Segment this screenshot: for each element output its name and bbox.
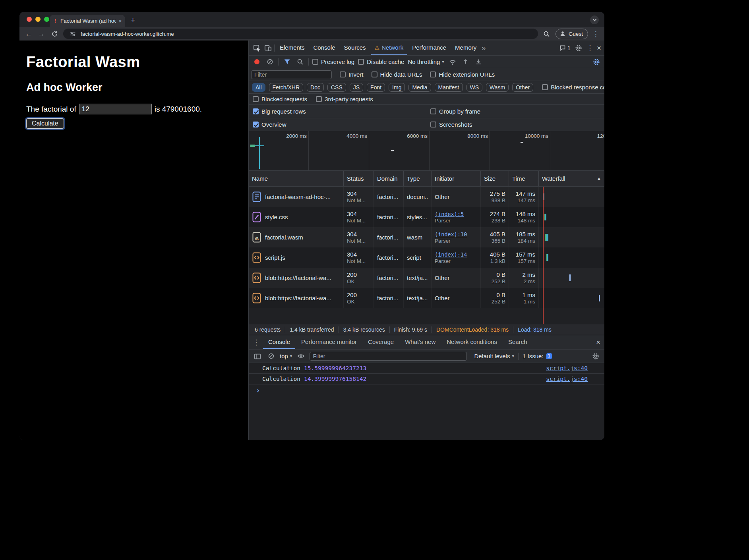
drawer-tab-search[interactable]: Search: [503, 335, 532, 349]
console-clear-icon[interactable]: [266, 351, 276, 361]
zoom-window-button[interactable]: [44, 17, 49, 22]
record-button[interactable]: [252, 57, 261, 67]
reload-button[interactable]: [50, 29, 59, 39]
back-button[interactable]: ←: [24, 31, 33, 37]
console-filter-input[interactable]: [310, 352, 467, 361]
request-row[interactable]: factorial-wasm-ad-hoc-... 304Not M... fa…: [249, 187, 604, 207]
column-time[interactable]: Time: [509, 171, 539, 186]
drawer-tab-whats-new[interactable]: What's new: [400, 335, 441, 349]
request-row[interactable]: blob:https://factorial-wa... 200OK facto…: [249, 288, 604, 308]
initiator-link[interactable]: (index):10: [435, 231, 477, 238]
export-har-icon[interactable]: [474, 57, 484, 67]
group-by-frame-checkbox[interactable]: Group by frame: [430, 108, 480, 115]
source-link[interactable]: script.js:40: [546, 376, 588, 382]
devtools-menu-button[interactable]: ⋮: [586, 44, 594, 52]
tab-network[interactable]: ⚠Network: [371, 41, 407, 55]
device-toolbar-icon[interactable]: [263, 43, 273, 53]
column-initiator[interactable]: Initiator: [432, 171, 481, 186]
blocked-response-cookies-checkbox[interactable]: Blocked response cookies: [542, 84, 604, 91]
tab-memory[interactable]: Memory: [451, 41, 480, 55]
column-status[interactable]: Status: [344, 171, 374, 186]
column-waterfall[interactable]: Waterfall: [539, 171, 604, 186]
invert-checkbox[interactable]: Invert: [340, 71, 364, 78]
calculate-button[interactable]: Calculate: [26, 118, 64, 129]
clear-button[interactable]: [265, 57, 275, 67]
request-row[interactable]: blob:https://factorial-wa... 200OK facto…: [249, 268, 604, 288]
address-bar[interactable]: factorial-wasm-ad-hoc-worker.glitch.me: [63, 29, 538, 39]
forward-button[interactable]: →: [37, 31, 46, 37]
request-row[interactable]: style.css 304Not M... factori... styles.…: [249, 207, 604, 227]
chip-css[interactable]: CSS: [327, 83, 346, 92]
chip-manifest[interactable]: Manifest: [435, 83, 463, 92]
close-window-button[interactable]: [27, 17, 32, 22]
console-prompt[interactable]: ›: [249, 384, 604, 396]
request-row[interactable]: script.js 304Not M... factori... script …: [249, 247, 604, 268]
column-type[interactable]: Type: [404, 171, 432, 186]
devtools-close-icon[interactable]: ×: [597, 44, 601, 52]
drawer-tab-performance-monitor[interactable]: Performance monitor: [296, 335, 362, 349]
site-settings-icon[interactable]: [68, 29, 77, 39]
minimize-window-button[interactable]: [35, 17, 41, 22]
screenshots-checkbox[interactable]: Screenshots: [430, 121, 472, 128]
search-icon[interactable]: [295, 57, 305, 67]
issues-link[interactable]: 1 Issue:1: [523, 353, 552, 359]
chip-font[interactable]: Font: [367, 83, 385, 92]
chip-other[interactable]: Other: [512, 83, 533, 92]
hide-extension-urls-checkbox[interactable]: Hide extension URLs: [430, 71, 495, 78]
issues-counter[interactable]: 1: [559, 43, 571, 53]
factorial-input[interactable]: [79, 104, 152, 114]
inspect-element-icon[interactable]: [252, 43, 261, 53]
tab-console[interactable]: Console: [310, 41, 339, 55]
browser-menu-button[interactable]: ⋮: [592, 30, 600, 38]
settings-gear-icon[interactable]: [574, 43, 583, 53]
chip-doc[interactable]: Doc: [307, 83, 324, 92]
network-overview-timeline[interactable]: 2000 ms 4000 ms 6000 ms 8000 ms 10000 ms…: [249, 131, 604, 171]
chip-js[interactable]: JS: [350, 83, 363, 92]
drawer-tab-coverage[interactable]: Coverage: [363, 335, 399, 349]
big-request-rows-checkbox[interactable]: Big request rows: [253, 108, 306, 115]
drawer-close-icon[interactable]: ×: [596, 338, 600, 346]
chip-all[interactable]: All: [252, 83, 265, 92]
tab-sources[interactable]: Sources: [341, 41, 370, 55]
context-selector[interactable]: top▾: [280, 353, 292, 359]
chip-wasm[interactable]: Wasm: [486, 83, 509, 92]
filter-icon[interactable]: [282, 57, 292, 67]
preserve-log-checkbox[interactable]: Preserve log: [312, 58, 354, 65]
window-controls[interactable]: [27, 17, 49, 22]
tab-search-button[interactable]: [590, 15, 599, 24]
drawer-menu-button[interactable]: ⋮: [253, 339, 260, 346]
disable-cache-checkbox[interactable]: Disable cache: [358, 58, 404, 65]
column-size[interactable]: Size: [481, 171, 509, 186]
request-row[interactable]: WA factorial.wasm 304Not M... factori...…: [249, 227, 604, 247]
throttling-dropdown[interactable]: No throttling▾: [408, 58, 444, 65]
network-filter-input[interactable]: [251, 70, 332, 79]
import-har-icon[interactable]: [461, 57, 470, 67]
browser-tab[interactable]: ! Factorial Wasm (ad hoc Work ×: [50, 15, 125, 27]
log-levels-dropdown[interactable]: Default levels▾: [474, 353, 514, 359]
new-tab-button[interactable]: +: [131, 16, 135, 25]
chip-media[interactable]: Media: [408, 83, 431, 92]
tab-elements[interactable]: Elements: [276, 41, 308, 55]
tab-performance[interactable]: Performance: [408, 41, 450, 55]
network-conditions-icon[interactable]: [448, 57, 457, 67]
drawer-tab-network-conditions[interactable]: Network conditions: [441, 335, 502, 349]
network-settings-gear-icon[interactable]: [592, 57, 601, 67]
drawer-tab-console[interactable]: Console: [263, 335, 295, 349]
initiator-link[interactable]: (index):5: [435, 211, 477, 217]
console-settings-gear-icon[interactable]: [591, 351, 600, 361]
more-tabs-button[interactable]: »: [482, 44, 486, 52]
chip-img[interactable]: Img: [389, 83, 405, 92]
overview-checkbox[interactable]: Overview: [253, 121, 286, 128]
source-link[interactable]: script.js:40: [546, 365, 588, 371]
tab-close-icon[interactable]: ×: [118, 17, 122, 24]
blocked-requests-checkbox[interactable]: Blocked requests: [253, 96, 307, 102]
hide-data-urls-checkbox[interactable]: Hide data URLs: [372, 71, 422, 78]
chip-fetch-xhr[interactable]: Fetch/XHR: [269, 83, 303, 92]
eye-icon[interactable]: [296, 351, 306, 361]
console-sidebar-icon[interactable]: [253, 351, 262, 361]
profile-button[interactable]: Guest: [555, 29, 588, 39]
third-party-requests-checkbox[interactable]: 3rd-party requests: [316, 96, 373, 102]
initiator-link[interactable]: (index):14: [435, 251, 477, 258]
chip-ws[interactable]: WS: [466, 83, 483, 92]
column-domain[interactable]: Domain: [374, 171, 404, 186]
